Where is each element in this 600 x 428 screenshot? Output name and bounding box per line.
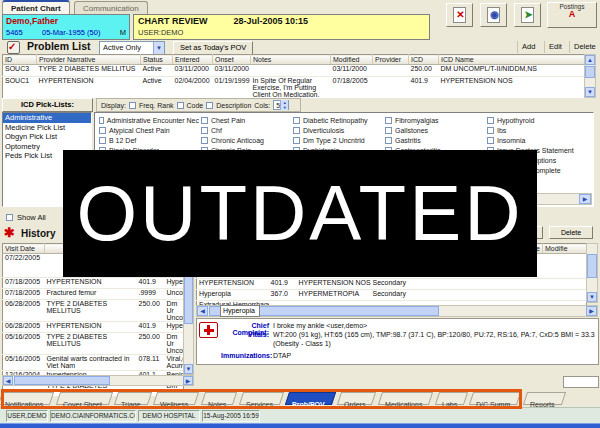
list-item[interactable]: Administrative [3,113,91,123]
chart-review-title: CHART REVIEW [138,16,208,26]
scroll-right-icon[interactable]: ▶ [579,194,591,204]
icd-option[interactable]: Diabetic Retinopathy [293,115,393,125]
show-all-checkbox[interactable] [6,214,13,221]
visit-summary-panel: Chief Complaint: I broke my ankle <user,… [196,318,599,365]
icd-option[interactable]: Fibromyalgias [385,115,485,125]
scroll-right-icon[interactable]: ▶ [183,376,193,385]
icd-option[interactable]: Diverticulosis [293,125,393,135]
icd-option[interactable]: Gastritis [385,135,485,145]
col-id[interactable]: ID [3,55,37,65]
table-row[interactable]: SOUC1 HYPERTENSION Active 02/04/2000 01/… [3,77,585,99]
col-notes[interactable]: Notes [251,55,331,65]
col-onset[interactable]: Onset [213,55,251,65]
scroll-down-icon[interactable]: ▼ [184,364,193,374]
problem-edit-button[interactable]: Edit [544,41,566,53]
problem-list-filter-select[interactable]: Active Only ▼ [99,41,165,55]
patient-name: Demo,Father [6,16,126,26]
col-entered[interactable]: Entered [173,55,213,65]
col-provider[interactable]: Provider [373,55,409,65]
postings-button[interactable]: Postings A [547,2,597,28]
status-datetime: 15-Aug-2005 16:59 [202,410,260,422]
patient-id: 5465 [6,28,23,37]
history-title: History [21,228,55,239]
problems-header-row: ID Provider Narrative Status Entered Ons… [3,55,585,65]
table-row[interactable]: 06/28/2005 HYPERTENSION 401.9 Hypert [3,322,184,333]
tab-communication[interactable]: Communication [74,1,148,15]
tab-reports[interactable]: Reports [523,392,566,405]
col-fragment-modified[interactable]: Modifie [543,244,587,254]
scroll-down-icon[interactable]: ▼ [587,292,597,302]
icd-option[interactable]: Ibs [487,125,593,135]
icd-option[interactable]: Administrative Encounter Nec [99,115,199,125]
table-row[interactable]: Hyperopia 367.0 HYPERMETROPIA Secondary [197,290,587,301]
code-checkbox[interactable] [177,102,184,109]
picklist-display-options: Display: Freq. Rank Code Description Col… [96,98,301,112]
icd-option[interactable]: Atypical Chest Pain [99,125,199,135]
stepper-arrows-icon[interactable]: ▲▼ [280,100,288,110]
selected-problem-chip[interactable]: Hyperopia [220,305,260,317]
icd-option[interactable]: Chronic Anticoag [201,135,301,145]
icd-option[interactable]: Dm Type 2 Uncntrld [293,135,393,145]
table-row[interactable]: 07/18/2005 HYPERTENSION 401.9 Hypert [3,278,184,289]
patient-info-box: Demo,Father 5465 05-Mar-1955 (50) M [2,14,130,40]
scrollbar-thumb[interactable] [184,272,193,324]
chart-send-button[interactable]: ➤ [514,3,541,27]
col-visit-date[interactable]: Visit Date [3,244,45,254]
show-all-toggle[interactable]: Show All [6,213,46,222]
chart-review-datetime: 28-Jul-2005 10:15 [234,16,309,26]
history-medical-icon: ✱ [4,225,15,240]
table-row[interactable]: 07/18/2005 Fractured femur .9999 Uncod [3,289,184,300]
col-provider-narrative[interactable]: Provider Narrative [37,55,141,65]
outdated-banner: OUTDATED [63,150,537,277]
list-item[interactable]: Medicine Pick List [3,123,91,133]
icd-option[interactable]: Chf [201,125,301,135]
description-checkbox[interactable] [206,102,213,109]
tab-patient-chart[interactable]: Patient Chart [2,0,70,14]
description-label: Description [216,102,251,109]
problems-scrollbar[interactable]: ▲ ▼ [584,54,596,98]
problem-add-button[interactable]: Add [517,41,539,53]
table-row[interactable]: HYPERTENSION 401.9 HYPERTENSION NOS Seco… [197,279,587,290]
col-status[interactable]: Status [141,55,173,65]
scroll-left-icon[interactable]: ◀ [197,306,208,316]
set-todays-pov-button[interactable]: Set as Today's POV [173,41,253,55]
col-icd-name[interactable]: ICD Name [439,55,585,65]
status-user: USER,DEMO [6,410,48,422]
table-row[interactable]: 06/28/2005 TYPE 2 DIABETES MELLITUS 250.… [3,300,184,322]
chief-complaint-value: I broke my ankle <user,demo> [273,322,595,329]
freq-rank-checkbox[interactable] [129,102,136,109]
scroll-left-icon[interactable]: ◀ [3,376,13,385]
chart-preview-button[interactable]: ◉ [480,3,507,27]
pov-vscrollbar[interactable]: ▼ [586,243,598,303]
col-modified[interactable]: Modified [331,55,373,65]
icd-option[interactable]: B 12 Def [99,135,199,145]
patient-chart-window: Patient Chart Communication Demo,Father … [0,0,600,428]
immunizations-label: Immunizations: [221,352,269,359]
icd-option[interactable]: Chest Pain [201,115,301,125]
table-row[interactable]: SOUC3 TYPE 2 DIABETES MELLITUS Active 03… [3,65,585,77]
scrollbar-thumb[interactable] [585,66,595,78]
cols-stepper[interactable]: 5 ▲▼ [273,100,289,110]
icd-option[interactable]: Hypothyroid [487,115,593,125]
chart-cancel-button[interactable]: ✕ [446,3,473,27]
icd-option[interactable]: Gallstones [385,125,485,135]
table-row[interactable]: 05/16/2005 TYPE 2 DIABETES MELLITUS 250.… [3,333,184,355]
scrollbar-thumb[interactable] [14,376,110,385]
scroll-down-icon[interactable]: ▼ [585,87,595,97]
visits-hscrollbar[interactable]: ◀ ▶ [2,375,194,386]
chevron-down-icon[interactable]: ▼ [153,42,164,54]
problem-delete-button[interactable]: Delete [569,41,600,53]
list-item[interactable]: Obgyn Pick List [3,132,91,142]
patient-sex: M [120,28,126,37]
icd-picklists-button[interactable]: ICD Pick-Lists: [2,98,93,112]
status-bar: USER,DEMO DEMO.CIAINFORMATICS.COM DEMO H… [0,407,600,423]
table-row[interactable]: 05/16/2005 Genital warts contracted in V… [3,355,184,371]
icd-option[interactable]: Insomnia [487,135,593,145]
col-icd[interactable]: ICD [409,55,439,65]
problem-list-title: Problem List [27,40,91,52]
scroll-up-icon[interactable]: ▲ [585,55,595,65]
scroll-right-icon[interactable]: ▶ [586,306,597,316]
history-delete-button[interactable]: Delete [549,226,593,239]
patient-dob: 05-Mar-1955 (50) [42,28,100,37]
scrollbar-thumb[interactable] [587,254,597,278]
